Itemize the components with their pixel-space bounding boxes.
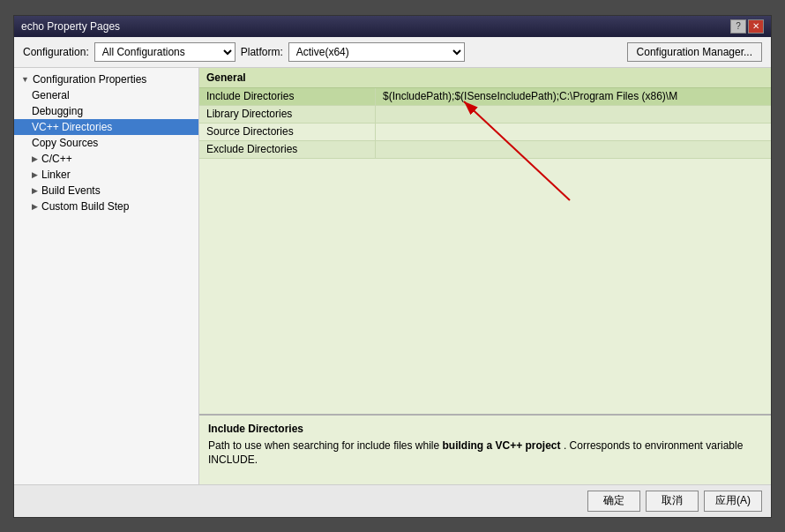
cancel-button[interactable]: 取消: [646, 491, 699, 512]
sidebar-item-copy-sources-label: Copy Sources: [32, 137, 98, 149]
prop-name-exclude-dirs: Exclude Directories: [199, 141, 376, 158]
sidebar-item-build-events[interactable]: ▶ Build Events: [14, 183, 198, 199]
sidebar-item-build-events-label: Build Events: [41, 184, 101, 197]
left-panel: ▼ Configuration Properties General Debug…: [14, 68, 199, 484]
sidebar-linker-arrow: ▶: [32, 170, 38, 179]
sidebar-item-vc-dirs[interactable]: VC++ Directories: [14, 119, 198, 135]
platform-select[interactable]: Active(x64): [288, 42, 465, 62]
prop-value-include-dirs: $(IncludePath);$(ISenseIncludePath);C:\P…: [376, 88, 771, 105]
bottom-buttons: 确定 取消 应用(A): [14, 484, 771, 517]
help-button[interactable]: ?: [730, 19, 746, 34]
sidebar-build-events-arrow: ▶: [32, 186, 38, 195]
desc-text-highlight: building a VC++ project: [443, 439, 561, 452]
main-content: ▼ Configuration Properties General Debug…: [14, 68, 771, 484]
sidebar-item-cpp-label: C/C++: [41, 153, 72, 165]
tree-root-arrow: ▼: [21, 75, 29, 84]
title-bar: echo Property Pages ? ✕: [14, 16, 771, 37]
sidebar-item-debugging-label: Debugging: [32, 105, 83, 117]
property-pages-window: echo Property Pages ? ✕ Configuration: A…: [13, 15, 772, 518]
sidebar-item-custom-build-step-label: Custom Build Step: [41, 200, 129, 213]
table-row[interactable]: Include Directories $(IncludePath);$(ISe…: [199, 88, 771, 106]
sidebar-item-cpp[interactable]: ▶ C/C++: [14, 151, 198, 167]
ok-button[interactable]: 确定: [587, 491, 640, 512]
sidebar-item-custom-build-step[interactable]: ▶ Custom Build Step: [14, 199, 198, 214]
config-select[interactable]: All Configurations: [94, 42, 236, 62]
sidebar-item-linker[interactable]: ▶ Linker: [14, 167, 198, 183]
tree-root-label: Configuration Properties: [33, 73, 146, 86]
sidebar-custom-build-arrow: ▶: [32, 202, 38, 211]
sidebar-item-linker-label: Linker: [41, 169, 71, 181]
sidebar-item-vc-dirs-label: VC++ Directories: [32, 121, 112, 133]
apply-button[interactable]: 应用(A): [704, 491, 762, 512]
config-manager-button[interactable]: Configuration Manager...: [627, 42, 762, 62]
prop-value-source-dirs: [376, 124, 771, 140]
section-header: General: [199, 68, 771, 88]
close-button[interactable]: ✕: [748, 19, 764, 34]
prop-name-include-dirs: Include Directories: [199, 88, 376, 105]
description-text: Path to use when searching for include f…: [208, 438, 762, 468]
description-panel: Include Directories Path to use when sea…: [199, 414, 771, 484]
right-panel: General Include Directories $(IncludePat…: [199, 68, 771, 484]
table-row[interactable]: Source Directories: [199, 124, 771, 141]
config-label: Configuration:: [23, 46, 89, 58]
description-title: Include Directories: [208, 423, 762, 435]
prop-value-exclude-dirs: [376, 141, 771, 158]
platform-label: Platform:: [241, 46, 283, 58]
toolbar: Configuration: All Configurations Platfo…: [14, 37, 771, 68]
sidebar-item-general-label: General: [32, 89, 70, 101]
desc-text-before: Path to use when searching for include f…: [208, 439, 439, 452]
title-bar-buttons: ? ✕: [730, 19, 764, 34]
sidebar-item-copy-sources[interactable]: Copy Sources: [14, 135, 198, 151]
tree-root[interactable]: ▼ Configuration Properties: [14, 71, 198, 87]
prop-name-source-dirs: Source Directories: [199, 124, 376, 140]
prop-name-library-dirs: Library Directories: [199, 106, 376, 123]
sidebar-item-general[interactable]: General: [14, 87, 198, 103]
sidebar-cpp-arrow: ▶: [32, 154, 38, 163]
table-row[interactable]: Exclude Directories: [199, 141, 771, 159]
window-title: echo Property Pages: [21, 20, 120, 33]
table-row[interactable]: Library Directories: [199, 106, 771, 124]
section-title: General: [206, 71, 246, 84]
sidebar-item-debugging[interactable]: Debugging: [14, 103, 198, 119]
properties-table: Include Directories $(IncludePath);$(ISe…: [199, 88, 771, 414]
prop-value-library-dirs: [376, 106, 771, 123]
